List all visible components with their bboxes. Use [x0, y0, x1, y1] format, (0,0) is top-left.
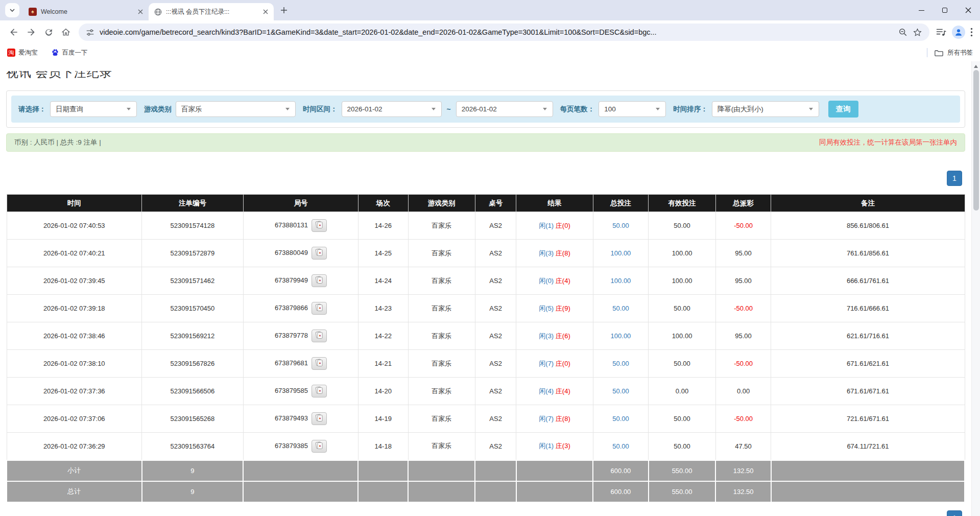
- back-button[interactable]: [5, 24, 22, 41]
- close-window-button[interactable]: [957, 0, 980, 20]
- date-range-label: 时间区间：: [303, 105, 338, 114]
- cell-total-bet[interactable]: 50.00: [593, 350, 649, 378]
- game-type-select[interactable]: 百家乐: [176, 101, 296, 117]
- date-start-select[interactable]: 2026-01-02: [342, 101, 442, 117]
- minimize-button[interactable]: [910, 0, 933, 20]
- date-end-select[interactable]: 2026-01-02: [456, 101, 553, 117]
- url-bar[interactable]: videoie.com/game/betrecord_search/kind3?…: [79, 24, 929, 41]
- card-result-button[interactable]: ♦: [312, 412, 327, 425]
- vertical-scrollbar[interactable]: [971, 61, 980, 516]
- bookmark-taobao[interactable]: 淘 爱淘宝: [7, 49, 38, 57]
- card-result-button[interactable]: ♦: [312, 357, 327, 370]
- cell-bet-id: 523091563764: [142, 433, 244, 460]
- cell-total-bet[interactable]: 50.00: [593, 405, 649, 433]
- player-result: 闲(4): [539, 387, 554, 395]
- sort-label: 时间排序：: [673, 105, 708, 114]
- tab-close-icon[interactable]: [261, 8, 270, 16]
- window-controls: [910, 0, 980, 20]
- browser-toolbar: videoie.com/game/betrecord_search/kind3?…: [0, 20, 980, 44]
- cell-remark: 666.61/761.61: [771, 267, 965, 295]
- cell-bet-id: 523091572879: [142, 240, 244, 267]
- browser-tab-welcome[interactable]: ♠ Welcome: [23, 3, 149, 20]
- profile-avatar[interactable]: [952, 26, 965, 39]
- new-tab-button[interactable]: [277, 3, 291, 17]
- sort-select[interactable]: 降幂(由大到小): [712, 101, 819, 117]
- chevron-down-icon: [280, 102, 295, 116]
- playing-cards-icon: ♦: [316, 359, 323, 368]
- scroll-up-icon[interactable]: [974, 65, 978, 68]
- table-row: 2026-01-02 07:37:06 523091565268 6738794…: [7, 405, 965, 433]
- cell-payout: 95.00: [715, 240, 771, 267]
- cell-game: 百家乐: [408, 240, 475, 267]
- cell-round: 673879949♦: [243, 267, 358, 295]
- cell-session: 14-24: [358, 267, 408, 295]
- cell-remark: 621.61/716.61: [771, 322, 965, 350]
- cell-bet-id: 523091571462: [142, 267, 244, 295]
- tab-search-button[interactable]: [5, 3, 19, 17]
- bookmark-label: 爱淘宝: [18, 49, 38, 57]
- banker-result: 庄(4): [556, 387, 570, 395]
- cell-round: 673879493♦: [243, 405, 358, 433]
- cell-valid-bet: 100.00: [649, 240, 715, 267]
- player-result: 闲(7): [539, 415, 554, 423]
- cell-game: 百家乐: [408, 350, 475, 378]
- cell-time: 2026-01-02 07:38:10: [7, 350, 142, 378]
- menu-dots-icon[interactable]: [970, 28, 973, 37]
- card-result-button[interactable]: ♦: [312, 330, 327, 342]
- card-result-button[interactable]: ♦: [312, 274, 327, 287]
- bookmark-baidu[interactable]: 百度一下: [51, 49, 88, 57]
- player-result: 闲(3): [539, 332, 554, 340]
- svg-text:♦: ♦: [319, 416, 321, 420]
- home-button[interactable]: [57, 24, 75, 41]
- cell-total-bet[interactable]: 50.00: [593, 295, 649, 322]
- table-header-row: 时间注单编号局号场次游戏类别桌号结果总投注有效投注总派彩备注: [7, 195, 965, 212]
- tab-title: :::视讯 会员下注纪录:::: [166, 8, 257, 16]
- all-bookmarks[interactable]: 所有书签: [927, 48, 973, 57]
- cell-payout: 95.00: [715, 322, 771, 350]
- cell-session: 14-19: [358, 405, 408, 433]
- pagination-top: 1: [6, 171, 965, 186]
- playing-cards-icon: ♦: [316, 331, 323, 341]
- card-result-button[interactable]: ♦: [312, 302, 327, 315]
- page-1-button-bottom[interactable]: 1: [947, 510, 962, 516]
- player-result: 闲(0): [539, 277, 554, 285]
- card-result-button[interactable]: ♦: [312, 440, 327, 453]
- cell-table: AS2: [475, 350, 516, 378]
- tab-close-icon[interactable]: [136, 8, 145, 16]
- cell-total-bet[interactable]: 50.00: [593, 433, 649, 460]
- cell-valid-bet: 100.00: [649, 267, 715, 295]
- cell-time: 2026-01-02 07:37:36: [7, 378, 142, 405]
- svg-text:♦: ♦: [319, 389, 321, 392]
- svg-text:♦: ♦: [319, 443, 321, 447]
- cell-bet-id: 523091567826: [142, 350, 244, 378]
- cell-remark: 761.61/856.61: [771, 240, 965, 267]
- query-type-select[interactable]: 日期查询: [50, 101, 137, 117]
- cell-total-bet[interactable]: 50.00: [593, 378, 649, 405]
- url-text[interactable]: videoie.com/game/betrecord_search/kind3?…: [100, 28, 893, 36]
- cell-game: 百家乐: [408, 267, 475, 295]
- card-result-button[interactable]: ♦: [312, 385, 327, 397]
- browser-tab-betrecord[interactable]: :::视讯 会员下注纪录:::: [149, 3, 274, 20]
- cell-total-bet[interactable]: 100.00: [593, 267, 649, 295]
- cell-total-bet[interactable]: 50.00: [593, 212, 649, 240]
- card-result-button[interactable]: ♦: [312, 247, 327, 260]
- scrollbar-thumb[interactable]: [973, 70, 979, 210]
- media-controls-icon[interactable]: [936, 27, 947, 37]
- reload-icon: [44, 28, 54, 37]
- chevron-down-icon: [121, 102, 136, 116]
- cell-total-bet[interactable]: 100.00: [593, 240, 649, 267]
- reload-button[interactable]: [40, 24, 57, 41]
- zoom-out-icon[interactable]: [898, 28, 907, 37]
- bookmark-star-icon[interactable]: [913, 28, 922, 37]
- maximize-button[interactable]: [933, 0, 957, 20]
- column-header: 总派彩: [715, 195, 771, 212]
- cell-result: 闲(7) 庄(8): [516, 405, 593, 433]
- page-size-select[interactable]: 100: [599, 101, 666, 117]
- cell-total-bet[interactable]: 100.00: [593, 322, 649, 350]
- taobao-icon: 淘: [7, 49, 15, 57]
- forward-button[interactable]: [22, 24, 40, 41]
- search-button[interactable]: 查询: [828, 101, 858, 118]
- column-header: 备注: [771, 195, 965, 212]
- card-result-button[interactable]: ♦: [312, 219, 327, 232]
- page-1-button[interactable]: 1: [947, 171, 962, 186]
